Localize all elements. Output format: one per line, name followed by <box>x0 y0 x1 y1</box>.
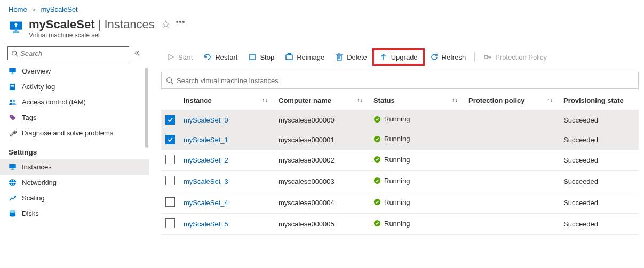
favorite-star-icon[interactable]: ☆ <box>161 18 171 30</box>
sidebar-item-overview[interactable]: Overview <box>0 63 149 79</box>
computer-name-cell: myscalese000004 <box>274 192 369 214</box>
col-protection-policy[interactable]: Protection policy <box>468 96 524 104</box>
sort-icon[interactable]: ↑↓ <box>357 96 363 103</box>
svg-line-4 <box>16 54 18 56</box>
instances-filter-input[interactable] <box>177 77 634 85</box>
refresh-button[interactable]: Refresh <box>425 50 472 64</box>
svg-rect-14 <box>9 164 16 168</box>
sidebar-item-networking[interactable]: Networking <box>0 175 149 190</box>
search-icon <box>166 77 173 84</box>
btn-label: Reimage <box>297 53 324 61</box>
svg-rect-23 <box>250 54 255 60</box>
instance-link[interactable]: myScaleSet_5 <box>184 220 228 228</box>
svg-rect-10 <box>11 87 14 87</box>
table-row[interactable]: myScaleSet_4 myscalese000004 Running Suc… <box>161 192 639 214</box>
sidebar-item-instances[interactable]: Instances <box>0 159 149 175</box>
table-row[interactable]: myScaleSet_3 myscalese000003 Running Suc… <box>161 171 639 192</box>
row-checkbox[interactable] <box>165 135 175 144</box>
networking-icon <box>9 178 17 186</box>
protection-policy-cell <box>464 214 559 235</box>
breadcrumb-home[interactable]: Home <box>9 5 27 13</box>
instances-table: Instance↑↓ Computer name↑↓ Status↑↓ Prot… <box>161 91 639 235</box>
protection-policy-button[interactable]: Protection Policy <box>478 50 552 64</box>
col-provisioning-state[interactable]: Provisioning state <box>563 96 624 104</box>
main-content: Start Restart Stop Reimage Delete <box>149 46 644 235</box>
sidebar-scrollbar[interactable] <box>145 68 148 235</box>
row-checkbox[interactable] <box>165 115 175 125</box>
sidebar-item-tags[interactable]: Tags <box>0 110 149 125</box>
sidebar-label: Activity log <box>22 83 55 91</box>
table-row[interactable]: myScaleSet_2 myscalese000002 Running Suc… <box>161 150 639 171</box>
trash-icon <box>335 53 344 61</box>
sidebar-search[interactable] <box>7 46 129 60</box>
sidebar-section-settings: Settings <box>0 141 149 159</box>
instance-link[interactable]: myScaleSet_3 <box>184 177 228 185</box>
command-bar: Start Restart Stop Reimage Delete <box>161 46 639 72</box>
page-title: myScaleSet | Instances <box>29 18 155 31</box>
upgrade-button[interactable]: Upgrade <box>374 50 423 64</box>
log-icon <box>9 83 17 91</box>
sidebar-item-access-control[interactable]: Access control (IAM) <box>0 94 149 110</box>
btn-label: Delete <box>347 53 367 61</box>
start-button[interactable]: Start <box>161 50 198 64</box>
stop-button[interactable]: Stop <box>243 50 280 64</box>
sidebar-item-disks[interactable]: Disks <box>0 206 149 221</box>
sidebar-item-activity-log[interactable]: Activity log <box>0 79 149 94</box>
row-checkbox[interactable] <box>165 155 175 164</box>
computer-name-cell: myscalese000001 <box>274 130 369 150</box>
table-row[interactable]: myScaleSet_1 myscalese000001 Running Suc… <box>161 130 639 150</box>
col-status[interactable]: Status <box>373 96 395 104</box>
sidebar-item-scaling[interactable]: Scaling <box>0 190 149 206</box>
instance-link[interactable]: myScaleSet_4 <box>184 199 228 207</box>
protection-policy-cell <box>464 130 559 150</box>
breadcrumb-current[interactable]: myScaleSet <box>41 5 77 13</box>
sort-icon[interactable]: ↑↓ <box>547 96 553 103</box>
provisioning-state-cell: Succeeded <box>559 192 639 214</box>
resource-type-label: Virtual machine scale set <box>29 31 155 39</box>
svg-marker-22 <box>169 54 173 60</box>
toolbar-separator <box>474 52 475 62</box>
sidebar-label: Instances <box>22 163 52 171</box>
svg-rect-9 <box>11 85 14 86</box>
sidebar-item-diagnose[interactable]: Diagnose and solve problems <box>0 125 149 141</box>
row-checkbox[interactable] <box>165 197 175 207</box>
success-icon <box>373 177 381 184</box>
sidebar-label: Access control (IAM) <box>22 98 86 106</box>
instances-filter[interactable] <box>161 72 639 89</box>
svg-point-11 <box>10 100 12 102</box>
restart-button[interactable]: Restart <box>198 50 243 64</box>
success-icon <box>373 135 381 143</box>
provisioning-state-cell: Succeeded <box>559 150 639 171</box>
svg-rect-24 <box>286 55 292 60</box>
provisioning-state-cell: Succeeded <box>559 130 639 150</box>
btn-label: Protection Policy <box>495 53 547 61</box>
delete-button[interactable]: Delete <box>330 50 372 64</box>
svg-point-35 <box>167 78 172 83</box>
success-icon <box>373 116 381 123</box>
sidebar-search-input[interactable] <box>20 50 125 58</box>
sort-icon[interactable]: ↑↓ <box>262 96 268 103</box>
more-menu-icon[interactable]: ••• <box>176 18 186 26</box>
computer-name-cell: myscalese000005 <box>274 214 369 235</box>
table-row[interactable]: myScaleSet_0 myscalese000000 Running Suc… <box>161 110 639 130</box>
sidebar-label: Diagnose and solve problems <box>22 129 113 137</box>
instance-link[interactable]: myScaleSet_1 <box>184 136 228 144</box>
instance-link[interactable]: myScaleSet_0 <box>184 116 228 124</box>
col-instance[interactable]: Instance <box>184 96 212 104</box>
svg-rect-15 <box>12 168 13 169</box>
collapse-sidebar-icon[interactable] <box>134 50 142 57</box>
reimage-button[interactable]: Reimage <box>280 50 330 64</box>
instance-link[interactable]: myScaleSet_2 <box>184 156 228 164</box>
row-checkbox[interactable] <box>165 176 175 185</box>
svg-point-21 <box>10 210 15 213</box>
protection-policy-cell <box>464 171 559 192</box>
row-checkbox[interactable] <box>165 218 175 228</box>
svg-point-31 <box>484 55 488 59</box>
table-row[interactable]: myScaleSet_5 myscalese000005 Running Suc… <box>161 214 639 235</box>
col-computer-name[interactable]: Computer name <box>279 96 331 104</box>
sidebar-label: Scaling <box>22 194 45 202</box>
sidebar-label: Tags <box>22 113 36 121</box>
sort-icon[interactable]: ↑↓ <box>452 96 458 103</box>
computer-name-cell: myscalese000002 <box>274 150 369 171</box>
btn-label: Stop <box>260 53 274 61</box>
